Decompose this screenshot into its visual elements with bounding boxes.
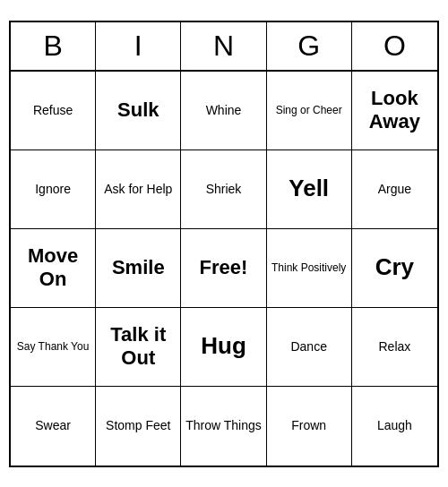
bingo-cell-8[interactable]: Yell [267, 150, 352, 229]
cell-text-21: Stomp Feet [106, 418, 170, 433]
bingo-cell-11[interactable]: Smile [96, 229, 181, 308]
bingo-cell-21[interactable]: Stomp Feet [96, 387, 181, 466]
bingo-cell-9[interactable]: Argue [352, 150, 437, 229]
cell-text-10: Move On [14, 244, 91, 292]
cell-text-4: Look Away [356, 87, 434, 134]
bingo-cell-12[interactable]: Free! [181, 229, 266, 308]
cell-text-20: Swear [35, 418, 71, 433]
bingo-cell-20[interactable]: Swear [11, 387, 96, 466]
cell-text-24: Laugh [377, 418, 412, 433]
bingo-grid: RefuseSulkWhineSing or CheerLook AwayIgn… [11, 72, 437, 466]
cell-text-13: Think Positively [271, 261, 346, 274]
bingo-cell-4[interactable]: Look Away [352, 72, 437, 150]
cell-text-3: Sing or Cheer [276, 104, 342, 116]
bingo-cell-22[interactable]: Throw Things [181, 387, 266, 466]
header-letter-i: I [96, 22, 181, 70]
cell-text-22: Throw Things [185, 418, 262, 433]
cell-text-18: Dance [290, 339, 326, 355]
cell-text-2: Whine [206, 103, 242, 118]
bingo-cell-24[interactable]: Laugh [352, 387, 437, 466]
header-letter-o: O [352, 22, 437, 70]
bingo-cell-5[interactable]: Ignore [11, 150, 96, 229]
bingo-cell-3[interactable]: Sing or Cheer [267, 72, 352, 150]
bingo-cell-2[interactable]: Whine [181, 72, 266, 150]
cell-text-16: Talk it Out [99, 323, 177, 371]
bingo-cell-13[interactable]: Think Positively [267, 229, 352, 308]
bingo-cell-0[interactable]: Refuse [11, 72, 96, 150]
bingo-cell-23[interactable]: Frown [267, 387, 352, 466]
cell-text-0: Refuse [33, 103, 73, 118]
bingo-cell-17[interactable]: Hug [181, 308, 266, 387]
cell-text-14: Cry [375, 253, 414, 281]
cell-text-7: Shriek [206, 182, 242, 197]
cell-text-5: Ignore [35, 182, 71, 197]
header-letter-n: N [181, 22, 266, 70]
bingo-cell-10[interactable]: Move On [11, 229, 96, 308]
cell-text-12: Free! [200, 256, 248, 279]
bingo-cell-15[interactable]: Say Thank You [11, 308, 96, 387]
cell-text-1: Sulk [117, 98, 159, 122]
bingo-cell-7[interactable]: Shriek [181, 150, 266, 229]
bingo-cell-14[interactable]: Cry [352, 229, 437, 308]
bingo-cell-16[interactable]: Talk it Out [96, 308, 181, 387]
bingo-header: BINGO [11, 22, 437, 72]
cell-text-15: Say Thank You [17, 340, 90, 353]
bingo-card: BINGO RefuseSulkWhineSing or CheerLook A… [9, 21, 439, 467]
cell-text-9: Argue [378, 182, 411, 197]
cell-text-8: Yell [289, 175, 329, 202]
cell-text-6: Ask for Help [104, 182, 172, 197]
cell-text-19: Relax [378, 339, 410, 355]
cell-text-11: Smile [112, 256, 165, 279]
bingo-cell-1[interactable]: Sulk [96, 72, 181, 150]
cell-text-17: Hug [201, 332, 246, 360]
header-letter-b: B [11, 22, 96, 70]
bingo-cell-18[interactable]: Dance [267, 308, 352, 387]
bingo-cell-19[interactable]: Relax [352, 308, 437, 387]
bingo-cell-6[interactable]: Ask for Help [96, 150, 181, 229]
header-letter-g: G [267, 22, 352, 70]
cell-text-23: Frown [291, 418, 326, 433]
